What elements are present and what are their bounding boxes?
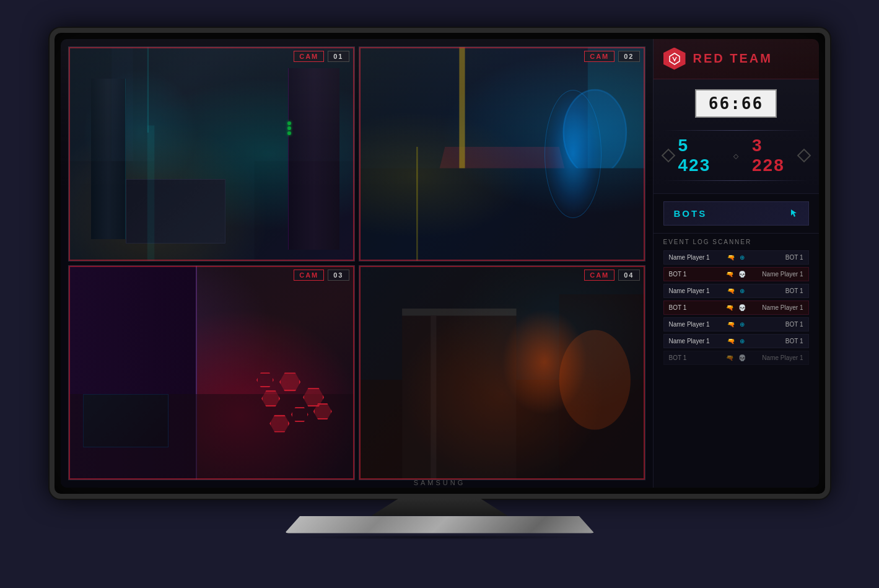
stand-shadow bbox=[291, 535, 588, 540]
svg-rect-4 bbox=[147, 125, 154, 261]
svg-rect-12 bbox=[416, 147, 418, 261]
cam-3-label: CAM 03 bbox=[294, 270, 349, 281]
camera-panel-2[interactable]: CAM 02 bbox=[359, 46, 645, 261]
event-row: Name Player 1 🔫 ⊕ BOT 1 bbox=[663, 334, 809, 348]
crosshair-icon: ⊕ bbox=[740, 287, 745, 294]
skull-icon: 💀 bbox=[738, 304, 746, 311]
cam-1-text: CAM bbox=[294, 51, 324, 62]
crosshair-icon: ⊕ bbox=[740, 254, 745, 261]
gun-icon: 🔫 bbox=[726, 271, 733, 278]
event-victim: BOT 1 bbox=[748, 254, 803, 261]
cam-4-label: CAM 04 bbox=[584, 270, 639, 281]
game-timer: 66:66 bbox=[695, 89, 777, 118]
event-row: BOT 1 🔫 💀 Name Player 1 bbox=[663, 351, 809, 365]
svg-marker-22 bbox=[670, 53, 680, 64]
stats-panel: RED TEAM 66:66 5 423 ⬦ 3 228 bbox=[653, 39, 819, 488]
bots-label: BOTS bbox=[674, 208, 707, 219]
scores-top-border bbox=[663, 130, 809, 131]
cam-2-text: CAM bbox=[584, 51, 614, 62]
cam-2-label: CAM 02 bbox=[584, 51, 639, 62]
cam-1-label: CAM 01 bbox=[294, 51, 349, 62]
event-victim: Name Player 1 bbox=[750, 271, 803, 278]
svg-rect-19 bbox=[431, 315, 436, 480]
cam-3-number: 03 bbox=[328, 270, 349, 281]
bots-button[interactable]: BOTS bbox=[663, 201, 809, 226]
cam-4-text: CAM bbox=[584, 270, 614, 281]
cam-1-number: 01 bbox=[328, 51, 349, 62]
event-log-section: EVENT LOG SCANNER Name Player 1 🔫 ⊕ BOT … bbox=[654, 234, 819, 488]
event-attacker: Name Player 1 bbox=[669, 254, 724, 261]
team-title: RED TEAM bbox=[693, 51, 772, 66]
team-header: RED TEAM bbox=[654, 39, 819, 79]
svg-rect-3 bbox=[154, 133, 254, 261]
event-victim: BOT 1 bbox=[748, 321, 803, 328]
camera-grid: CAM 01 bbox=[61, 39, 653, 488]
bots-cursor-icon bbox=[789, 208, 798, 218]
gun-icon: 🔫 bbox=[727, 321, 735, 328]
gun-icon: 🔫 bbox=[726, 304, 733, 311]
stand-neck bbox=[372, 499, 508, 516]
event-rows: Name Player 1 🔫 ⊕ BOT 1 BOT 1 🔫 💀 Name bbox=[663, 250, 809, 365]
event-victim: Name Player 1 bbox=[750, 304, 803, 311]
score-right: 3 228 bbox=[752, 136, 794, 175]
crosshair-icon: ⊕ bbox=[740, 338, 745, 344]
screen-content: CAM 01 bbox=[61, 39, 819, 488]
event-attacker: BOT 1 bbox=[669, 304, 723, 311]
event-log-title: EVENT LOG SCANNER bbox=[663, 239, 809, 245]
event-row: Name Player 1 🔫 ⊕ BOT 1 bbox=[663, 250, 809, 265]
event-row: Name Player 1 🔫 ⊕ BOT 1 bbox=[663, 317, 809, 331]
event-row: BOT 1 🔫 💀 Name Player 1 bbox=[663, 301, 809, 315]
cam-2-number: 02 bbox=[618, 51, 639, 62]
svg-rect-5 bbox=[147, 47, 148, 133]
gun-icon: 🔫 bbox=[726, 354, 733, 361]
event-row: Name Player 1 🔫 ⊕ BOT 1 bbox=[663, 284, 809, 298]
cam-3-text: CAM bbox=[294, 270, 324, 281]
team-icon bbox=[663, 48, 686, 70]
scores-wrapper: 5 423 ⬦ 3 228 bbox=[663, 133, 809, 178]
svg-rect-18 bbox=[402, 309, 516, 316]
stand-base bbox=[285, 516, 595, 533]
score-divider: ⬦ bbox=[732, 148, 740, 162]
crosshair-icon: ⊕ bbox=[740, 321, 745, 328]
event-attacker: Name Player 1 bbox=[669, 338, 724, 344]
event-row: BOT 1 🔫 💀 Name Player 1 bbox=[663, 267, 809, 281]
event-victim: BOT 1 bbox=[748, 338, 803, 344]
cam-4-number: 04 bbox=[618, 270, 639, 281]
gun-icon: 🔫 bbox=[727, 287, 735, 294]
score-diamond-right bbox=[797, 148, 811, 162]
tv-monitor: CAM 01 bbox=[37, 28, 842, 561]
camera-panel-4[interactable]: CAM 04 bbox=[359, 265, 645, 480]
event-victim: Name Player 1 bbox=[750, 354, 803, 361]
svg-rect-17 bbox=[402, 309, 516, 480]
event-victim: BOT 1 bbox=[748, 287, 803, 294]
skull-icon: 💀 bbox=[738, 271, 746, 278]
timer-section: 66:66 5 423 ⬦ 3 228 bbox=[654, 79, 819, 194]
event-attacker: Name Player 1 bbox=[669, 321, 724, 328]
bots-section: BOTS bbox=[654, 194, 819, 234]
brand-logo: SAMSUNG bbox=[414, 479, 466, 486]
camera-panel-1[interactable]: CAM 01 bbox=[68, 46, 355, 261]
skull-icon: 💀 bbox=[738, 354, 746, 361]
tv-stand bbox=[37, 499, 842, 540]
scores-bottom-border bbox=[663, 180, 809, 181]
event-attacker: BOT 1 bbox=[669, 271, 723, 278]
score-diamond-left bbox=[661, 148, 675, 162]
event-attacker: BOT 1 bbox=[669, 354, 723, 361]
svg-rect-11 bbox=[359, 168, 645, 261]
camera-panel-3[interactable]: CAM 03 bbox=[68, 265, 355, 480]
event-attacker: Name Player 1 bbox=[669, 287, 724, 294]
screen-bezel: CAM 01 bbox=[61, 39, 819, 488]
tv-screen: CAM 01 bbox=[50, 28, 830, 499]
gun-icon: 🔫 bbox=[727, 254, 735, 261]
score-left: 5 423 bbox=[678, 136, 720, 175]
gun-icon: 🔫 bbox=[727, 338, 735, 344]
